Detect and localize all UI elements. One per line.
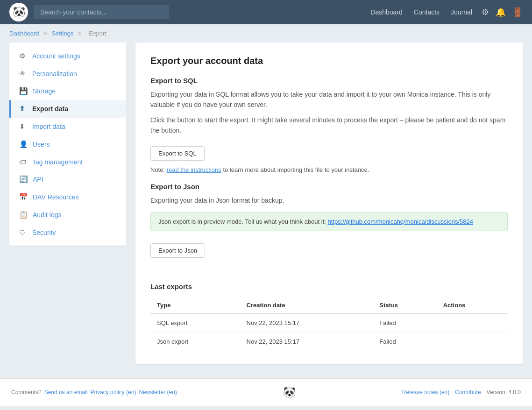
breadcrumb-dashboard[interactable]: Dashboard [9, 30, 39, 37]
breadcrumb: Dashboard > Settings > Export [0, 24, 532, 42]
sidebar-item-personalization[interactable]: 👁 Personalization [9, 65, 126, 82]
sql-desc-1: Exporting your data in SQL format allows… [150, 89, 508, 110]
tag-icon: 🏷 [19, 158, 28, 166]
logout-icon[interactable]: 🚪 [512, 7, 523, 17]
content-area: Export your account data Export to SQL E… [135, 42, 523, 364]
breadcrumb-settings[interactable]: Settings [51, 30, 73, 37]
row1-status: Failed [373, 313, 436, 332]
footer-newsletter[interactable]: Newsletter (en) [139, 389, 177, 396]
api-icon: 🔄 [19, 175, 28, 184]
footer-comments-text: Comments? [11, 389, 42, 396]
exports-table: Type Creation date Status Actions SQL ex… [150, 297, 508, 351]
header-left: 🐼 [9, 3, 169, 21]
json-discussion-link[interactable]: https://github.com/monicahq/monica/discu… [328, 218, 473, 225]
header: 🐼 Dashboard Contacts Journal ⚙ 🔔 🚪 [0, 0, 532, 24]
header-right: Dashboard Contacts Journal ⚙ 🔔 🚪 [370, 7, 523, 17]
row2-actions [437, 332, 508, 351]
exports-table-body: SQL export Nov 22, 2023 15:17 Failed Jso… [150, 313, 508, 351]
nav-dashboard[interactable]: Dashboard [370, 8, 403, 16]
last-exports-section: Last exports Type Creation date Status A… [150, 283, 508, 351]
sidebar-label-storage: Storage [33, 87, 56, 95]
sidebar-item-export-data[interactable]: ⬆ Export data [9, 100, 126, 118]
sidebar: ⚙ Account settings 👁 Personalization 💾 S… [9, 42, 126, 246]
sidebar-label-account-settings: Account settings [32, 52, 80, 60]
import-icon: ⬇ [19, 122, 28, 131]
sidebar-label-personalization: Personalization [32, 70, 77, 78]
footer-left: Comments? Send us an email Privacy polic… [11, 389, 177, 396]
col-actions: Actions [437, 297, 508, 314]
header-icons: ⚙ 🔔 🚪 [482, 7, 523, 17]
footer-contribute[interactable]: Contribute [455, 389, 481, 396]
note-prefix: Note: [150, 166, 165, 173]
row2-date: Nov 22, 2023 15:17 [240, 332, 373, 351]
exports-table-header: Type Creation date Status Actions [150, 297, 508, 314]
row1-actions [437, 313, 508, 332]
footer-release-notes[interactable]: Release notes (en) [402, 389, 449, 396]
sidebar-item-tag-management[interactable]: 🏷 Tag management [9, 153, 126, 170]
json-info-box: Json export is in preview mode. Tell us … [150, 212, 508, 231]
info-box-text: Json export is in preview mode. Tell us … [158, 218, 326, 225]
sidebar-label-dav-resources: DAV Resources [33, 193, 79, 201]
sidebar-label-api: API [33, 176, 43, 183]
footer-logo: 🐼 [283, 386, 296, 398]
page-title: Export your account data [150, 56, 508, 66]
sql-desc-2: Click the button to start the export. It… [150, 115, 508, 136]
header-nav: Dashboard Contacts Journal [370, 8, 472, 16]
footer: Comments? Send us an email Privacy polic… [0, 378, 532, 406]
export-sql-button[interactable]: Export to SQL [150, 146, 205, 161]
sidebar-item-import-data[interactable]: ⬇ Import data [9, 118, 126, 135]
col-creation-date: Creation date [240, 297, 373, 314]
last-exports-title: Last exports [150, 283, 508, 290]
section-divider [150, 273, 508, 273]
export-json-button[interactable]: Export to Json [150, 243, 205, 258]
sidebar-item-storage[interactable]: 💾 Storage [9, 82, 126, 100]
sidebar-label-security: Security [32, 229, 56, 236]
sql-section: Export to SQL Exporting your data in SQL… [150, 77, 508, 173]
table-row: Json export Nov 22, 2023 15:17 Failed [150, 332, 508, 351]
notifications-icon[interactable]: 🔔 [496, 7, 506, 17]
sidebar-item-audit-logs[interactable]: 📋 Audit logs [9, 206, 126, 224]
nav-contacts[interactable]: Contacts [414, 8, 440, 16]
eye-icon: 👁 [19, 70, 28, 78]
sidebar-label-users: Users [33, 141, 50, 148]
sidebar-label-import-data: Import data [32, 123, 65, 130]
sidebar-label-export-data: Export data [32, 105, 68, 113]
json-section-title: Export to Json [150, 183, 508, 191]
nav-journal[interactable]: Journal [451, 8, 472, 16]
row1-date: Nov 22, 2023 15:17 [240, 313, 373, 332]
row1-type: SQL export [150, 313, 240, 332]
sidebar-item-users[interactable]: 👤 Users [9, 135, 126, 153]
json-section: Export to Json Exporting your data in Js… [150, 183, 508, 263]
footer-version: Version: 4.0.0 [487, 389, 521, 396]
footer-right: Release notes (en) Contribute Version: 4… [402, 389, 521, 396]
app-logo: 🐼 [9, 3, 28, 21]
read-instructions-link[interactable]: read the instructions [167, 166, 221, 173]
note-suffix: to learn more about importing this file … [223, 166, 369, 173]
calendar-icon: 📅 [19, 193, 28, 201]
table-row: SQL export Nov 22, 2023 15:17 Failed [150, 313, 508, 332]
shield-icon: 🛡 [19, 228, 28, 236]
storage-icon: 💾 [19, 87, 28, 95]
footer-privacy[interactable]: Privacy policy (en) [90, 389, 136, 396]
sidebar-item-account-settings[interactable]: ⚙ Account settings [9, 47, 126, 65]
col-status: Status [373, 297, 436, 314]
footer-send-email[interactable]: Send us an email [44, 389, 88, 396]
breadcrumb-sep2: > [78, 30, 83, 37]
export-icon: ⬆ [19, 105, 28, 113]
main-layout: ⚙ Account settings 👁 Personalization 💾 S… [0, 42, 532, 374]
breadcrumb-current: Export [89, 30, 106, 37]
settings-icon[interactable]: ⚙ [482, 7, 489, 17]
row2-type: Json export [150, 332, 240, 351]
user-icon: 👤 [19, 140, 28, 148]
audit-icon: 📋 [19, 211, 28, 219]
col-type: Type [150, 297, 240, 314]
search-input[interactable] [34, 5, 169, 19]
sql-section-title: Export to SQL [150, 77, 508, 85]
sidebar-item-api[interactable]: 🔄 API [9, 170, 126, 188]
settings-icon: ⚙ [19, 52, 28, 60]
sidebar-item-security[interactable]: 🛡 Security [9, 224, 126, 241]
json-desc: Exporting your data in Json format for b… [150, 195, 508, 205]
sidebar-item-dav-resources[interactable]: 📅 DAV Resources [9, 188, 126, 206]
sidebar-label-tag-management: Tag management [32, 158, 83, 166]
breadcrumb-sep1: > [43, 30, 49, 37]
